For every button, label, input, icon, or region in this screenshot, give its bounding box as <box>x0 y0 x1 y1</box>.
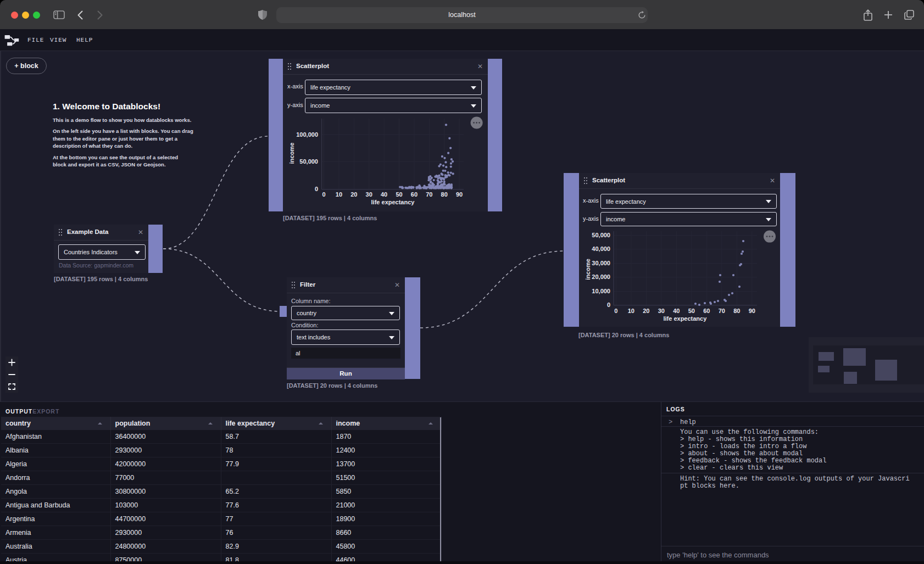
svg-text:50: 50 <box>396 191 402 198</box>
svg-text:40: 40 <box>673 308 680 314</box>
svg-text:10: 10 <box>628 308 634 314</box>
svg-text:50,000: 50,000 <box>592 232 610 238</box>
svg-text:90: 90 <box>456 191 463 198</box>
svg-text:life expectancy: life expectancy <box>663 315 707 322</box>
svg-text:20: 20 <box>643 308 649 314</box>
svg-text:60: 60 <box>703 308 710 314</box>
svg-text:income: income <box>585 259 591 280</box>
svg-text:0: 0 <box>607 301 610 308</box>
svg-text:life expectancy: life expectancy <box>371 199 415 205</box>
svg-text:20: 20 <box>350 191 357 198</box>
svg-text:60: 60 <box>411 191 418 198</box>
svg-text:30: 30 <box>366 191 372 198</box>
svg-text:income: income <box>288 143 295 164</box>
svg-text:80: 80 <box>733 308 740 314</box>
svg-text:50: 50 <box>688 308 695 314</box>
svg-text:20,000: 20,000 <box>592 273 610 280</box>
svg-text:90: 90 <box>749 308 755 314</box>
svg-text:10: 10 <box>336 191 342 198</box>
svg-text:10,000: 10,000 <box>592 288 610 294</box>
svg-text:40: 40 <box>381 191 387 198</box>
svg-text:30: 30 <box>658 308 665 314</box>
svg-text:80: 80 <box>441 191 448 198</box>
svg-text:70: 70 <box>426 191 432 198</box>
svg-text:70: 70 <box>719 308 725 314</box>
svg-text:50,000: 50,000 <box>299 158 318 165</box>
svg-text:30,000: 30,000 <box>592 260 610 266</box>
svg-text:100,000: 100,000 <box>296 131 318 138</box>
svg-text:0: 0 <box>315 186 318 192</box>
svg-text:40,000: 40,000 <box>592 245 610 252</box>
svg-text:0: 0 <box>614 308 617 314</box>
svg-text:0: 0 <box>322 191 325 198</box>
